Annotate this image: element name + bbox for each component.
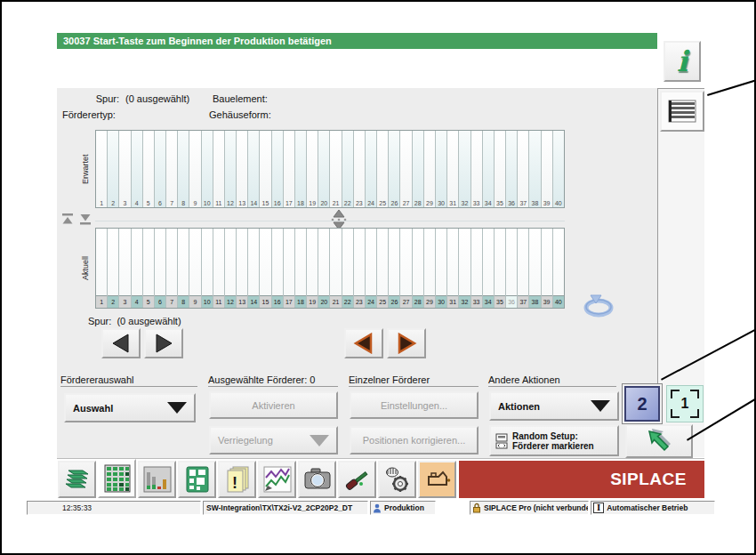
aktuell-track-40[interactable]: 40 [552,229,564,308]
aktuell-track-25[interactable]: 25 [376,229,388,308]
aktuell-track-16[interactable]: 16 [271,229,283,308]
erwartet-track-39[interactable]: 39 [541,131,552,207]
aktuell-track-35[interactable]: 35 [494,229,505,308]
erwartet-track-25[interactable]: 25 [376,131,388,207]
erwartet-track-5[interactable]: 5 [142,131,154,207]
erwartet-track-21[interactable]: 21 [329,131,341,207]
erwartet-track-9[interactable]: 9 [189,131,200,207]
erwartet-track-36[interactable]: 36 [505,131,517,207]
aktuell-track-30[interactable]: 30 [435,229,446,308]
toolbar-button-maintenance[interactable] [418,461,456,498]
table-view-tab[interactable] [660,91,704,132]
erwartet-track-12[interactable]: 12 [224,131,236,207]
erwartet-track-1[interactable]: 1 [96,131,107,207]
aktuell-track-20[interactable]: 20 [318,229,329,308]
aktuell-track-39[interactable]: 39 [541,229,552,308]
aktuell-track-9[interactable]: 9 [189,229,200,308]
aktuell-track-27[interactable]: 27 [399,229,411,308]
step-1-button[interactable]: 1 [666,385,704,422]
erwartet-track-16[interactable]: 16 [271,131,283,207]
aktuell-track-33[interactable]: 33 [470,229,482,308]
aktuell-track-3[interactable]: 3 [118,229,130,308]
toolbar-button-component-levels[interactable] [138,461,176,498]
erwartet-track-37[interactable]: 37 [517,131,528,207]
aktuell-track-14[interactable]: 14 [247,229,259,308]
erwartet-track-7[interactable]: 7 [165,131,177,207]
move-to-top-button[interactable] [60,213,75,229]
erwartet-track-14[interactable]: 14 [247,131,259,207]
toolbar-button-statistics[interactable] [258,461,296,498]
aktuell-track-34[interactable]: 34 [482,229,494,308]
erwartet-next-button[interactable] [144,328,183,358]
toolbar-button-pcb[interactable] [178,461,216,498]
erwartet-track-26[interactable]: 26 [388,131,399,207]
erwartet-track-3[interactable]: 3 [118,131,130,207]
aktuell-track-22[interactable]: 22 [342,229,353,308]
info-button[interactable]: i [664,41,701,82]
step-2-button[interactable]: 2 [622,383,663,424]
erwartet-track-4[interactable]: 4 [131,131,142,207]
erwartet-track-17[interactable]: 17 [283,131,294,207]
erwartet-track-6[interactable]: 6 [154,131,165,207]
erwartet-track-15[interactable]: 15 [259,131,270,207]
aktuell-track-29[interactable]: 29 [423,229,435,308]
auswahl-dropdown[interactable]: Auswahl [64,393,196,422]
toolbar-button-boards[interactable] [58,461,96,498]
aktuell-prev-button[interactable] [344,328,383,358]
aktuell-track-18[interactable]: 18 [294,229,306,308]
erwartet-track-13[interactable]: 13 [236,131,247,207]
aktuell-track-11[interactable]: 11 [213,229,224,308]
toolbar-button-manual-operation[interactable] [378,461,416,498]
aktivieren-button[interactable]: Aktivieren [209,391,338,419]
aktuell-track-12[interactable]: 12 [224,229,236,308]
erwartet-track-40[interactable]: 40 [552,131,564,207]
verriegelung-dropdown[interactable]: Verriegelung [209,426,338,454]
erwartet-track-24[interactable]: 24 [365,131,376,207]
erwartet-track-18[interactable]: 18 [294,131,306,207]
aktuell-track-8[interactable]: 8 [177,229,189,308]
erwartet-track-27[interactable]: 27 [399,131,411,207]
erwartet-prev-button[interactable] [101,328,141,358]
rotate-button[interactable] [580,294,617,322]
erwartet-track-32[interactable]: 32 [458,131,470,207]
aktionen-dropdown[interactable]: Aktionen [489,391,619,421]
aktuell-track-10[interactable]: 10 [201,229,213,308]
aktuell-track-32[interactable]: 32 [458,229,470,308]
einstellungen-button[interactable]: Einstellungen... [350,391,479,419]
aktuell-track-23[interactable]: 23 [353,229,365,308]
aktuell-track-7[interactable]: 7 [165,229,177,308]
back-arrow-button[interactable] [625,424,693,458]
positionen-korrigieren-button[interactable]: Positionen korrigieren... [350,426,479,454]
toolbar-button-feeder-overview[interactable] [98,459,136,498]
erwartet-track-29[interactable]: 29 [423,131,435,207]
erwartet-track-31[interactable]: 31 [446,131,458,207]
erwartet-track-28[interactable]: 28 [412,131,423,207]
aktuell-track-37[interactable]: 37 [517,229,528,308]
erwartet-track-8[interactable]: 8 [177,131,189,207]
aktuell-track-2[interactable]: 2 [107,229,118,308]
aktuell-track-38[interactable]: 38 [528,229,540,308]
aktuell-track-36[interactable]: 36 [505,229,517,308]
erwartet-track-23[interactable]: 23 [353,131,365,207]
aktuell-track-15[interactable]: 15 [259,229,270,308]
aktuell-track-21[interactable]: 21 [329,229,341,308]
toolbar-button-service[interactable] [338,461,376,498]
aktuell-track-19[interactable]: 19 [306,229,318,308]
aktuell-track-26[interactable]: 26 [388,229,399,308]
aktuell-track-24[interactable]: 24 [365,229,376,308]
aktuell-track-6[interactable]: 6 [154,229,165,308]
erwartet-track-11[interactable]: 11 [213,131,224,207]
erwartet-track-10[interactable]: 10 [201,131,213,207]
aktuell-next-button[interactable] [387,328,426,358]
erwartet-track-38[interactable]: 38 [528,131,540,207]
move-to-bottom-button[interactable] [78,213,92,229]
aktuell-track-28[interactable]: 28 [412,229,423,308]
aktuell-track-4[interactable]: 4 [131,229,142,308]
erwartet-track-35[interactable]: 35 [494,131,505,207]
aktuell-track-31[interactable]: 31 [446,229,458,308]
erwartet-track-22[interactable]: 22 [342,131,353,207]
erwartet-track-33[interactable]: 33 [470,131,482,207]
random-setup-button[interactable]: Random Setup: Förderer markieren [489,425,619,456]
erwartet-track-34[interactable]: 34 [482,131,494,207]
erwartet-track-2[interactable]: 2 [107,131,118,207]
